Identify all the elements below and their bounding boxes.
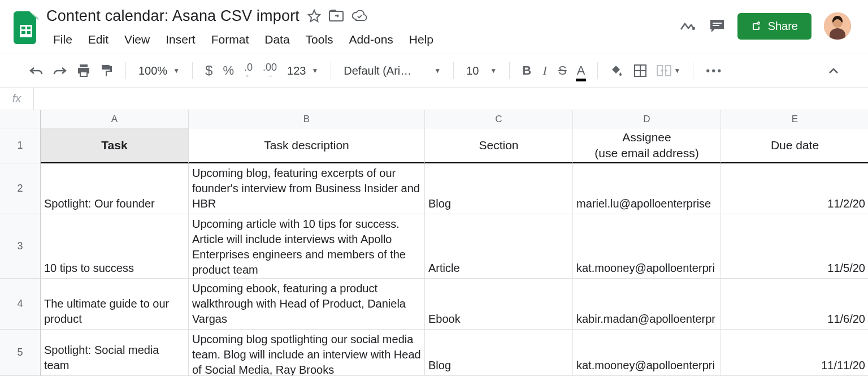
- row-header-1[interactable]: 1: [0, 128, 41, 163]
- formula-bar: fx: [0, 88, 868, 110]
- zoom-select[interactable]: 100%▼: [134, 61, 184, 81]
- cloud-status-icon[interactable]: [351, 10, 367, 21]
- cell-b2[interactable]: Upcoming blog, featuring excerpts of our…: [189, 163, 425, 214]
- print-icon[interactable]: [72, 61, 95, 80]
- svg-rect-8: [102, 65, 110, 70]
- cell-d5[interactable]: kat.mooney@apolloenterpri: [573, 330, 721, 376]
- sheets-logo[interactable]: [11, 8, 41, 47]
- italic-icon[interactable]: I: [537, 60, 553, 81]
- header-actions: Share: [680, 12, 857, 40]
- font-select[interactable]: Default (Ari…▼: [339, 61, 445, 81]
- column-header-b[interactable]: B: [189, 110, 425, 128]
- column-header-e[interactable]: E: [721, 110, 868, 128]
- cell-e5[interactable]: 11/11/20: [721, 330, 868, 376]
- cell-c1[interactable]: Section: [425, 128, 573, 163]
- menu-bar: File Edit View Insert Format Data Tools …: [46, 31, 440, 49]
- menu-data[interactable]: Data: [258, 31, 296, 49]
- percent-icon[interactable]: %: [218, 60, 238, 81]
- account-avatar[interactable]: [824, 12, 851, 40]
- cell-e4[interactable]: 11/6/20: [721, 279, 868, 330]
- select-all-corner[interactable]: [0, 110, 41, 128]
- activity-icon[interactable]: [680, 19, 697, 33]
- currency-icon[interactable]: $: [201, 59, 217, 82]
- cell-e2[interactable]: 11/2/20: [721, 163, 868, 214]
- fill-color-icon[interactable]: [606, 61, 628, 80]
- borders-icon[interactable]: [630, 61, 651, 80]
- row-header-5[interactable]: 5: [0, 330, 41, 376]
- column-header-d[interactable]: D: [573, 110, 721, 128]
- cell-e1[interactable]: Due date: [721, 128, 868, 163]
- increase-decimal-icon[interactable]: .00→: [258, 59, 281, 83]
- star-icon[interactable]: [307, 9, 321, 23]
- font-size-select[interactable]: 10▼: [462, 61, 501, 81]
- comments-icon[interactable]: [709, 19, 725, 33]
- cell-c3[interactable]: Article: [425, 214, 573, 279]
- collapse-toolbar-icon[interactable]: [824, 64, 843, 77]
- merge-cells-icon[interactable]: ▼: [652, 62, 685, 80]
- cell-a5[interactable]: Spotlight: Social media team: [41, 330, 189, 376]
- share-label: Share: [768, 20, 798, 33]
- cell-b4[interactable]: Upcoming ebook, featuring a product walk…: [189, 279, 425, 330]
- document-title[interactable]: Content calendar: Asana CSV import: [46, 7, 300, 25]
- spreadsheet-grid: A B C D E 1 Task Task description Sectio…: [0, 110, 868, 376]
- strikethrough-icon[interactable]: S: [554, 60, 571, 81]
- fx-label: fx: [0, 88, 34, 110]
- decrease-decimal-icon[interactable]: .0←: [240, 59, 257, 83]
- menu-tools[interactable]: Tools: [299, 31, 340, 49]
- cell-d3[interactable]: kat.mooney@apolloenterpri: [573, 214, 721, 279]
- svg-rect-1: [713, 23, 722, 24]
- menu-file[interactable]: File: [46, 31, 79, 49]
- number-format-select[interactable]: 123▼: [283, 61, 323, 81]
- cell-d1[interactable]: Assignee (use email address): [573, 128, 721, 163]
- menu-edit[interactable]: Edit: [81, 31, 115, 49]
- cell-d2[interactable]: mariel.lu@apolloenterprise: [573, 163, 721, 214]
- svg-rect-5: [80, 64, 88, 67]
- menu-view[interactable]: View: [118, 31, 157, 49]
- menu-insert[interactable]: Insert: [159, 31, 202, 49]
- cell-d4[interactable]: kabir.madan@apolloenterpr: [573, 279, 721, 330]
- svg-rect-7: [80, 72, 87, 76]
- title-area: Content calendar: Asana CSV import File …: [46, 5, 440, 49]
- undo-icon[interactable]: [25, 62, 47, 79]
- menu-help[interactable]: Help: [402, 31, 440, 49]
- toolbar: 100%▼ $ % .0← .00→ 123▼ Default (Ari…▼ 1…: [0, 54, 868, 88]
- row-header-3[interactable]: 3: [0, 214, 41, 279]
- cell-a4[interactable]: The ultimate guide to our product: [41, 279, 189, 330]
- svg-rect-2: [713, 25, 719, 26]
- cell-a3[interactable]: 10 tips to success: [41, 214, 189, 279]
- cell-b3[interactable]: Upcoming article with 10 tips for succes…: [189, 214, 425, 279]
- move-icon[interactable]: [329, 10, 344, 22]
- bold-icon[interactable]: B: [518, 60, 536, 81]
- cell-a1[interactable]: Task: [41, 128, 189, 163]
- cell-b1[interactable]: Task description: [189, 128, 425, 163]
- row-header-2[interactable]: 2: [0, 163, 41, 214]
- column-header-a[interactable]: A: [41, 110, 189, 128]
- redo-icon[interactable]: [49, 62, 71, 79]
- menu-addons[interactable]: Add-ons: [342, 31, 400, 49]
- cell-e3[interactable]: 11/5/20: [721, 214, 868, 279]
- cell-c2[interactable]: Blog: [425, 163, 573, 214]
- cell-c4[interactable]: Ebook: [425, 279, 573, 330]
- text-color-icon[interactable]: A: [572, 60, 590, 81]
- formula-input[interactable]: [34, 88, 868, 110]
- paint-format-icon[interactable]: [96, 60, 118, 81]
- cell-b5[interactable]: Upcoming blog spotlighting our social me…: [189, 330, 425, 376]
- row-header-4[interactable]: 4: [0, 279, 41, 330]
- menu-format[interactable]: Format: [205, 31, 256, 49]
- share-button[interactable]: Share: [737, 13, 811, 40]
- cell-c5[interactable]: Blog: [425, 330, 573, 376]
- app-header: Content calendar: Asana CSV import File …: [0, 0, 868, 54]
- column-header-c[interactable]: C: [425, 110, 573, 128]
- more-icon[interactable]: •••: [701, 61, 727, 81]
- cell-a2[interactable]: Spotlight: Our founder: [41, 163, 189, 214]
